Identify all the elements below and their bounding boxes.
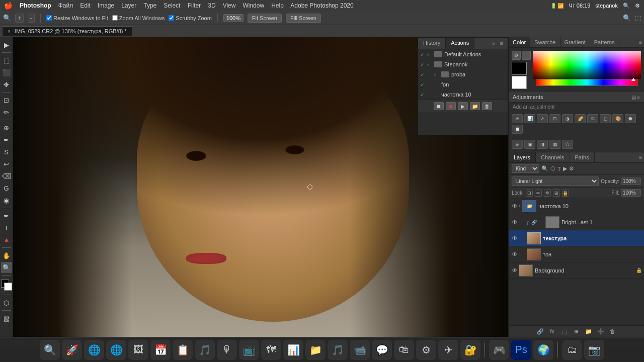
action-expand-3[interactable]: › [434,72,441,77]
selection-tool[interactable]: ⬚ [1,55,12,66]
shape-tool[interactable]: 🔺 [1,234,12,245]
layer-mask-btn[interactable]: ⬚ [560,327,569,335]
layer-visibility-chastotka10[interactable]: 👁 [511,203,519,210]
menu-filter[interactable]: Filter [188,2,201,9]
dock-numbers[interactable]: 📊 [283,340,303,360]
lock-image-icon[interactable]: ✏ [535,190,542,197]
adj-vibrance[interactable]: ◑ [562,114,573,123]
dock-maps[interactable]: 🗺 [261,340,281,360]
menu-3d[interactable]: 3D [208,2,215,9]
foreground-swatch[interactable] [512,62,527,75]
dock-steam[interactable]: 🎮 [489,340,509,360]
tab-swatche[interactable]: Swatche [530,37,560,47]
dock-launchpad[interactable]: 🚀 [62,340,82,360]
active-tab[interactable]: × IMG_0529.CR2 @ 138% (текстура, RGB/8) … [2,26,132,36]
eyedropper-tool[interactable]: ✏ [1,107,12,118]
tab-patterns[interactable]: Patterns [590,37,619,47]
resize-windows-checkbox[interactable] [46,15,52,21]
eraser-tool[interactable]: ⌫ [1,170,12,182]
layer-visibility-bright[interactable]: 👁 [511,219,519,226]
dock-settings[interactable]: ⚙ [416,340,436,360]
color-swatches[interactable] [1,280,12,291]
fit-screen-button[interactable]: Fit Screen [248,14,282,23]
dock-photoshop[interactable]: Ps [511,340,531,360]
layers-kind-icon-3[interactable]: T [557,166,561,172]
adj-threshold[interactable]: ◨ [537,140,548,149]
action-item-default[interactable]: ✓ › Default Actions [418,49,508,59]
resize-windows-option[interactable]: Resize Windows to Fit [46,15,108,21]
layer-item-chastotka10[interactable]: 👁 › 📁 частотка 10 [509,198,644,214]
menu-window[interactable]: Window [243,2,264,9]
zoom-input[interactable] [223,14,244,22]
menu-layer[interactable]: Layer [121,2,136,9]
menu-view[interactable]: View [223,2,236,9]
adj-selective-color[interactable]: ⬡ [562,140,573,149]
layer-visibility-textura[interactable]: 👁 [511,235,519,242]
color-spectrum-bar[interactable] [536,79,638,86]
fill-input[interactable] [621,189,641,197]
brush-tool[interactable]: ✒ [1,134,12,145]
dock-browser[interactable]: 🌍 [533,340,553,360]
layer-group-btn[interactable]: 📁 [584,327,593,335]
clone-stamp-tool[interactable]: S [1,146,12,157]
lock-artboard-icon[interactable]: ⊞ [553,190,560,197]
menu-edit[interactable]: Edit [80,2,91,9]
action-expand-2[interactable]: › [427,62,434,67]
dock-appletv[interactable]: 📺 [239,340,259,360]
layer-item-ton[interactable]: 👁 тон [509,246,644,262]
layer-item-bright[interactable]: 👁 ƒ 🔗 ⬚ Bright...ast 1 [509,214,644,230]
action-record-btn[interactable]: ⏺ [446,102,456,110]
dock-calendar[interactable]: 📅 [150,340,171,360]
layers-panel-menu[interactable]: ≡ [639,152,644,162]
apple-logo[interactable]: 🍎 [4,2,13,10]
adj-curves[interactable]: ↗ [537,114,548,123]
adj-invert[interactable]: ⊖ [512,140,523,149]
layers-kind-icon-1[interactable]: 🔍 [541,165,548,172]
dock-camera[interactable]: 📷 [584,340,604,360]
dock-facetime[interactable]: 📹 [350,340,370,360]
lock-all-icon[interactable]: 🔒 [562,190,569,197]
adj-hue[interactable]: 🌈 [575,114,586,123]
layers-kind-icon-4[interactable]: ▶ [563,165,567,172]
layers-blend-mode-select[interactable]: Linear Light [512,176,599,186]
action-item-fon[interactable]: ✓ fon [418,79,508,89]
adj-color-balance[interactable]: ⚖ [587,114,598,123]
zoom-all-windows-checkbox[interactable] [112,15,118,21]
layer-item-textura[interactable]: 👁 текстура [509,230,644,246]
scrubby-zoom-checkbox[interactable] [169,15,174,21]
tab-layers[interactable]: Layers [509,152,536,162]
dock-safari[interactable]: 🌐 [84,340,104,360]
panel-expand-icon[interactable]: » [490,39,498,47]
action-play-btn[interactable]: ▶ [458,102,468,110]
search-right-icon[interactable]: 🔍 [623,14,631,22]
dock-finder[interactable]: 🔍 [40,340,60,360]
action-stop-btn[interactable]: ⏹ [434,102,444,110]
menu-type[interactable]: Type [143,2,156,9]
adj-exposure[interactable]: ⊡ [549,114,560,123]
screen-mode-tool[interactable]: ▧ [1,313,12,324]
color-picker-gradient[interactable] [533,51,641,79]
zoom-tool[interactable]: 🔍 [1,262,12,273]
action-folder-btn[interactable]: 📁 [470,102,480,110]
action-item-chastotka[interactable]: ✓ частотка 10 [418,89,508,100]
action-expand-1[interactable]: › [427,52,434,57]
search-icon[interactable]: 🔍 [623,3,630,9]
dock-itunes[interactable]: 🎵 [328,340,348,360]
opacity-input[interactable] [621,177,641,185]
dock-podcasts[interactable]: 🎙 [217,340,237,360]
layer-delete-btn[interactable]: 🗑 [608,327,617,335]
color-panel-menu[interactable]: ≡ [639,37,644,47]
layers-kind-icon-5[interactable]: ⚙ [569,165,574,172]
adj-levels[interactable]: 📊 [524,114,535,123]
adj-brightness[interactable]: ☀ [512,114,523,123]
action-item-proba[interactable]: ✓ › proba [418,69,508,79]
quick-mask-tool[interactable]: ⬡ [1,297,12,308]
panel-menu-icon[interactable]: ≡ [498,39,506,47]
layer-adj-btn[interactable]: ⊕ [572,327,581,335]
adj-header-icon-1[interactable]: ▤ [631,95,636,100]
menu-help[interactable]: Help [271,2,284,9]
layer-visibility-background[interactable]: 👁 [511,267,519,274]
zoom-out-icon[interactable]: - [28,14,35,23]
action-item-stepanok[interactable]: ✓ › Stepanok [418,59,508,69]
lock-transparent-icon[interactable]: ⊡ [526,190,533,197]
